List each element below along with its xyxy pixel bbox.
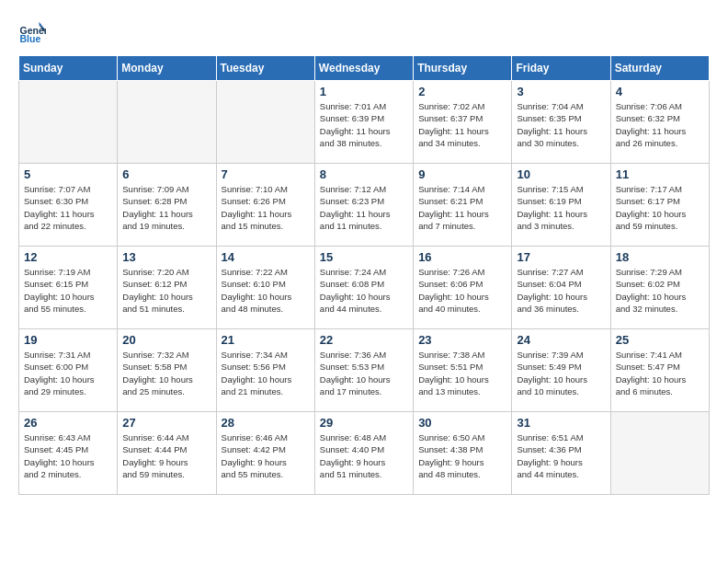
- day-number: 17: [517, 250, 605, 264]
- day-header-friday: Friday: [512, 56, 610, 81]
- calendar-cell: 22Sunrise: 7:36 AM Sunset: 5:53 PM Dayli…: [314, 329, 413, 412]
- calendar-cell: 11Sunrise: 7:17 AM Sunset: 6:17 PM Dayli…: [610, 164, 709, 247]
- day-number: 24: [517, 333, 605, 347]
- calendar-cell: 23Sunrise: 7:38 AM Sunset: 5:51 PM Dayli…: [414, 329, 512, 412]
- calendar-header-row: SundayMondayTuesdayWednesdayThursdayFrid…: [19, 56, 710, 81]
- day-info: Sunrise: 7:38 AM Sunset: 5:51 PM Dayligh…: [418, 349, 506, 397]
- day-number: 19: [24, 333, 112, 347]
- logo: General Blue: [18, 18, 50, 46]
- calendar-week-2: 5Sunrise: 7:07 AM Sunset: 6:30 PM Daylig…: [19, 164, 710, 247]
- day-info: Sunrise: 7:41 AM Sunset: 5:47 PM Dayligh…: [616, 349, 704, 397]
- day-number: 27: [122, 416, 210, 430]
- day-number: 13: [122, 250, 210, 264]
- day-number: 9: [418, 167, 506, 181]
- day-info: Sunrise: 7:34 AM Sunset: 5:56 PM Dayligh…: [222, 349, 310, 397]
- calendar-cell: 15Sunrise: 7:24 AM Sunset: 6:08 PM Dayli…: [314, 247, 413, 329]
- day-number: 25: [616, 333, 704, 347]
- calendar-week-1: 1Sunrise: 7:01 AM Sunset: 6:39 PM Daylig…: [19, 81, 710, 164]
- day-number: 16: [418, 250, 506, 264]
- calendar-week-4: 19Sunrise: 7:31 AM Sunset: 6:00 PM Dayli…: [19, 329, 710, 412]
- day-info: Sunrise: 7:02 AM Sunset: 6:37 PM Dayligh…: [418, 100, 506, 149]
- day-header-tuesday: Tuesday: [216, 56, 314, 81]
- day-info: Sunrise: 7:27 AM Sunset: 6:04 PM Dayligh…: [517, 266, 605, 315]
- day-header-wednesday: Wednesday: [314, 56, 413, 81]
- day-number: 12: [24, 250, 112, 264]
- day-info: Sunrise: 6:46 AM Sunset: 4:42 PM Dayligh…: [222, 431, 310, 480]
- calendar-cell: 16Sunrise: 7:26 AM Sunset: 6:06 PM Dayli…: [414, 247, 512, 329]
- day-header-monday: Monday: [118, 56, 216, 81]
- day-number: 26: [24, 416, 112, 430]
- calendar-cell: 30Sunrise: 6:50 AM Sunset: 4:38 PM Dayli…: [414, 412, 512, 495]
- calendar-cell: [610, 412, 709, 495]
- day-number: 5: [24, 167, 112, 181]
- logo-icon: General Blue: [18, 18, 46, 46]
- day-number: 1: [320, 85, 408, 98]
- day-number: 10: [517, 167, 605, 181]
- calendar-cell: 27Sunrise: 6:44 AM Sunset: 4:44 PM Dayli…: [118, 412, 216, 495]
- day-info: Sunrise: 7:15 AM Sunset: 6:19 PM Dayligh…: [517, 183, 605, 232]
- calendar-cell: 12Sunrise: 7:19 AM Sunset: 6:15 PM Dayli…: [19, 247, 118, 329]
- day-info: Sunrise: 7:36 AM Sunset: 5:53 PM Dayligh…: [320, 349, 408, 397]
- day-info: Sunrise: 7:20 AM Sunset: 6:12 PM Dayligh…: [122, 266, 210, 315]
- calendar-cell: 10Sunrise: 7:15 AM Sunset: 6:19 PM Dayli…: [512, 164, 610, 247]
- calendar-cell: 31Sunrise: 6:51 AM Sunset: 4:36 PM Dayli…: [512, 412, 610, 495]
- day-number: 11: [616, 167, 704, 181]
- calendar-cell: 17Sunrise: 7:27 AM Sunset: 6:04 PM Dayli…: [512, 247, 610, 329]
- calendar-cell: 29Sunrise: 6:48 AM Sunset: 4:40 PM Dayli…: [314, 412, 413, 495]
- calendar-cell: 20Sunrise: 7:32 AM Sunset: 5:58 PM Dayli…: [118, 329, 216, 412]
- calendar-cell: 13Sunrise: 7:20 AM Sunset: 6:12 PM Dayli…: [118, 247, 216, 329]
- calendar-cell: 5Sunrise: 7:07 AM Sunset: 6:30 PM Daylig…: [19, 164, 118, 247]
- day-info: Sunrise: 6:48 AM Sunset: 4:40 PM Dayligh…: [320, 431, 408, 480]
- calendar-cell: [118, 81, 216, 164]
- day-info: Sunrise: 7:24 AM Sunset: 6:08 PM Dayligh…: [320, 266, 408, 315]
- calendar-cell: 28Sunrise: 6:46 AM Sunset: 4:42 PM Dayli…: [216, 412, 314, 495]
- calendar-cell: 9Sunrise: 7:14 AM Sunset: 6:21 PM Daylig…: [414, 164, 512, 247]
- day-number: 29: [320, 416, 408, 430]
- calendar-cell: 7Sunrise: 7:10 AM Sunset: 6:26 PM Daylig…: [216, 164, 314, 247]
- svg-text:Blue: Blue: [20, 33, 41, 44]
- calendar-cell: 3Sunrise: 7:04 AM Sunset: 6:35 PM Daylig…: [512, 81, 610, 164]
- day-info: Sunrise: 7:10 AM Sunset: 6:26 PM Dayligh…: [222, 183, 310, 232]
- day-info: Sunrise: 7:29 AM Sunset: 6:02 PM Dayligh…: [616, 266, 704, 315]
- day-info: Sunrise: 7:07 AM Sunset: 6:30 PM Dayligh…: [24, 183, 112, 232]
- calendar-table: SundayMondayTuesdayWednesdayThursdayFrid…: [18, 55, 710, 495]
- calendar-cell: 14Sunrise: 7:22 AM Sunset: 6:10 PM Dayli…: [216, 247, 314, 329]
- day-info: Sunrise: 6:43 AM Sunset: 4:45 PM Dayligh…: [24, 431, 112, 480]
- day-info: Sunrise: 7:01 AM Sunset: 6:39 PM Dayligh…: [320, 100, 408, 149]
- day-info: Sunrise: 7:31 AM Sunset: 6:00 PM Dayligh…: [24, 349, 112, 397]
- day-number: 4: [616, 85, 704, 98]
- calendar-cell: 25Sunrise: 7:41 AM Sunset: 5:47 PM Dayli…: [610, 329, 709, 412]
- day-number: 20: [122, 333, 210, 347]
- calendar-cell: [19, 81, 118, 164]
- day-number: 30: [418, 416, 506, 430]
- day-header-thursday: Thursday: [414, 56, 512, 81]
- calendar-cell: 8Sunrise: 7:12 AM Sunset: 6:23 PM Daylig…: [314, 164, 413, 247]
- calendar-cell: 21Sunrise: 7:34 AM Sunset: 5:56 PM Dayli…: [216, 329, 314, 412]
- day-info: Sunrise: 7:39 AM Sunset: 5:49 PM Dayligh…: [517, 349, 605, 397]
- day-number: 22: [320, 333, 408, 347]
- day-number: 15: [320, 250, 408, 264]
- calendar-cell: 26Sunrise: 6:43 AM Sunset: 4:45 PM Dayli…: [19, 412, 118, 495]
- day-number: 14: [222, 250, 310, 264]
- calendar-week-3: 12Sunrise: 7:19 AM Sunset: 6:15 PM Dayli…: [19, 247, 710, 329]
- day-info: Sunrise: 7:32 AM Sunset: 5:58 PM Dayligh…: [122, 349, 210, 397]
- day-number: 2: [418, 85, 506, 98]
- day-number: 3: [517, 85, 605, 98]
- day-info: Sunrise: 7:14 AM Sunset: 6:21 PM Dayligh…: [418, 183, 506, 232]
- day-number: 23: [418, 333, 506, 347]
- calendar-cell: 4Sunrise: 7:06 AM Sunset: 6:32 PM Daylig…: [610, 81, 709, 164]
- calendar-cell: 2Sunrise: 7:02 AM Sunset: 6:37 PM Daylig…: [414, 81, 512, 164]
- day-info: Sunrise: 7:26 AM Sunset: 6:06 PM Dayligh…: [418, 266, 506, 315]
- day-number: 6: [122, 167, 210, 181]
- day-header-sunday: Sunday: [19, 56, 118, 81]
- day-number: 31: [517, 416, 605, 430]
- day-number: 21: [222, 333, 310, 347]
- calendar-week-5: 26Sunrise: 6:43 AM Sunset: 4:45 PM Dayli…: [19, 412, 710, 495]
- day-info: Sunrise: 7:19 AM Sunset: 6:15 PM Dayligh…: [24, 266, 112, 315]
- day-info: Sunrise: 7:09 AM Sunset: 6:28 PM Dayligh…: [122, 183, 210, 232]
- calendar-cell: 24Sunrise: 7:39 AM Sunset: 5:49 PM Dayli…: [512, 329, 610, 412]
- calendar-cell: [216, 81, 314, 164]
- day-info: Sunrise: 7:17 AM Sunset: 6:17 PM Dayligh…: [616, 183, 704, 232]
- day-number: 8: [320, 167, 408, 181]
- day-info: Sunrise: 7:22 AM Sunset: 6:10 PM Dayligh…: [222, 266, 310, 315]
